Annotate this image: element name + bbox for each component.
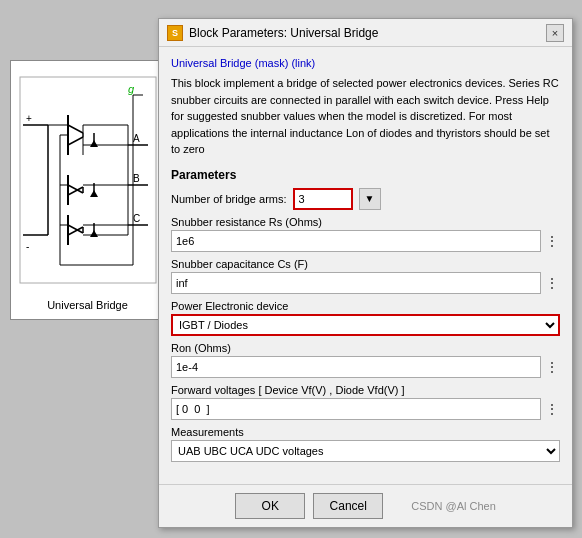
snubber-r-input[interactable] bbox=[171, 230, 541, 252]
bridge-arms-dropdown[interactable]: ▼ bbox=[359, 188, 381, 210]
snubber-c-label: Snubber capacitance Cs (F) bbox=[171, 258, 560, 270]
watermark: CSDN @Al Chen bbox=[411, 500, 496, 512]
forward-input[interactable] bbox=[171, 398, 541, 420]
measurements-label: Measurements bbox=[171, 426, 560, 438]
ron-row: Ron (Ohms) ⋮ bbox=[171, 342, 560, 378]
block-label: Universal Bridge bbox=[47, 299, 128, 311]
description-text: This block implement a bridge of selecte… bbox=[171, 75, 560, 158]
dialog: S Block Parameters: Universal Bridge × U… bbox=[158, 18, 573, 528]
parameters-header: Parameters bbox=[171, 168, 560, 182]
power-device-select[interactable]: IGBT / Diodes Diodes Thyristors GTO / Di… bbox=[171, 314, 560, 336]
ron-dots[interactable]: ⋮ bbox=[543, 359, 560, 375]
snubber-c-dots[interactable]: ⋮ bbox=[543, 275, 560, 291]
close-button[interactable]: × bbox=[546, 24, 564, 42]
ron-input-row: ⋮ bbox=[171, 356, 560, 378]
snubber-r-label: Snubber resistance Rs (Ohms) bbox=[171, 216, 560, 228]
svg-text:C: C bbox=[133, 213, 140, 224]
power-device-dropdown-row: IGBT / Diodes Diodes Thyristors GTO / Di… bbox=[171, 314, 560, 336]
svg-text:+: + bbox=[26, 113, 32, 124]
dialog-body: Universal Bridge (mask) (link) This bloc… bbox=[159, 47, 572, 484]
measurements-dropdown-row: UAB UBC UCA UDC voltages None Device cur… bbox=[171, 440, 560, 462]
mask-link[interactable]: Universal Bridge (mask) (link) bbox=[171, 57, 560, 69]
dialog-footer: OK Cancel CSDN @Al Chen bbox=[159, 484, 572, 527]
snubber-r-row: Snubber resistance Rs (Ohms) ⋮ bbox=[171, 216, 560, 252]
forward-input-row: ⋮ bbox=[171, 398, 560, 420]
dialog-titlebar: S Block Parameters: Universal Bridge × bbox=[159, 19, 572, 47]
simulink-block: g + - A B C bbox=[10, 60, 165, 320]
svg-text:B: B bbox=[133, 173, 140, 184]
bridge-arms-label: Number of bridge arms: bbox=[171, 193, 287, 205]
ron-label: Ron (Ohms) bbox=[171, 342, 560, 354]
forward-row: Forward voltages [ Device Vf(V) , Diode … bbox=[171, 384, 560, 420]
snubber-c-input-row: ⋮ bbox=[171, 272, 560, 294]
cancel-button[interactable]: Cancel bbox=[313, 493, 383, 519]
block-canvas: g + - A B C bbox=[18, 75, 158, 295]
dialog-title-left: S Block Parameters: Universal Bridge bbox=[167, 25, 378, 41]
svg-text:-: - bbox=[26, 241, 29, 252]
dialog-icon: S bbox=[167, 25, 183, 41]
forward-dots[interactable]: ⋮ bbox=[543, 401, 560, 417]
measurements-row: Measurements UAB UBC UCA UDC voltages No… bbox=[171, 426, 560, 462]
dialog-title: Block Parameters: Universal Bridge bbox=[189, 26, 378, 40]
ron-input[interactable] bbox=[171, 356, 541, 378]
measurements-select[interactable]: UAB UBC UCA UDC voltages None Device cur… bbox=[171, 440, 560, 462]
snubber-r-dots[interactable]: ⋮ bbox=[543, 233, 560, 249]
snubber-r-input-row: ⋮ bbox=[171, 230, 560, 252]
forward-label: Forward voltages [ Device Vf(V) , Diode … bbox=[171, 384, 560, 396]
bridge-arms-row: Number of bridge arms: ▼ bbox=[171, 188, 560, 210]
svg-text:g: g bbox=[128, 83, 135, 95]
snubber-c-input[interactable] bbox=[171, 272, 541, 294]
bridge-arms-input[interactable] bbox=[293, 188, 353, 210]
svg-text:A: A bbox=[133, 133, 140, 144]
snubber-c-row: Snubber capacitance Cs (F) ⋮ bbox=[171, 258, 560, 294]
power-device-label: Power Electronic device bbox=[171, 300, 560, 312]
desktop: g + - A B C bbox=[0, 0, 582, 538]
power-device-row: Power Electronic device IGBT / Diodes Di… bbox=[171, 300, 560, 336]
ok-button[interactable]: OK bbox=[235, 493, 305, 519]
